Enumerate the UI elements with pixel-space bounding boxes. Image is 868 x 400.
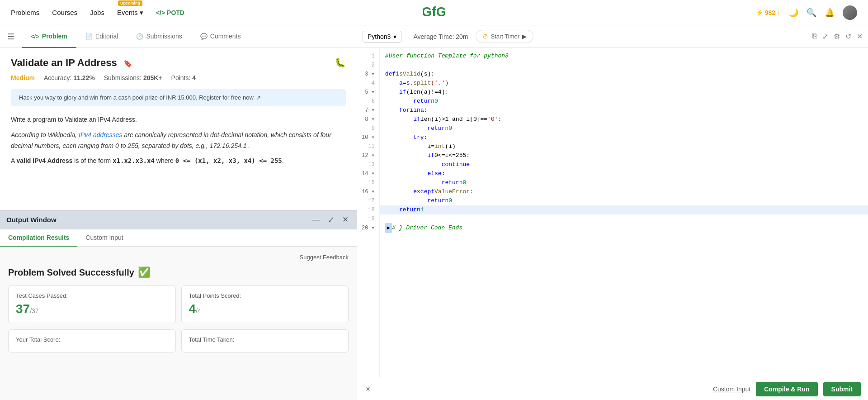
difficulty-label: Medium [11, 74, 35, 81]
code-line-11: i=int(i) [380, 142, 868, 151]
nav-courses[interactable]: Courses [52, 9, 77, 16]
bookmark-icon[interactable]: 🔖 [123, 60, 132, 67]
code-line-6: return 0 [380, 97, 868, 106]
line-num-13: 13 [357, 160, 379, 169]
play-icon: ▶ [522, 33, 527, 40]
output-tabs: Compilation Results Custom Input [0, 229, 357, 247]
minimize-button[interactable]: — [310, 214, 321, 225]
nav-problems[interactable]: Problems [11, 9, 39, 16]
output-body: Suggest Feedback Problem Solved Successf… [0, 247, 357, 400]
copy-icon[interactable]: ⎘ [812, 32, 817, 41]
code-line-10: try: [380, 133, 868, 142]
total-score-card: Your Total Score: [8, 329, 176, 352]
search-icon[interactable]: 🔍 [807, 8, 816, 18]
tab-custom-input[interactable]: Custom Input [77, 229, 131, 247]
line-num-12: 12 ▾ [357, 151, 379, 160]
line-num-8: 8 ▾ [357, 115, 379, 124]
settings-icon[interactable]: ⚙ [834, 32, 840, 41]
nav-right: ⚡ 982 ↑ 🌙 🔍 🔔 [755, 5, 857, 20]
custom-input-link[interactable]: Custom Input [713, 386, 750, 393]
top-navigation: Problems Courses Jobs Upcoming Events ▾ … [0, 0, 868, 25]
language-selector[interactable]: Python3 ▾ [363, 31, 401, 43]
tab-problem[interactable]: </> Problem [22, 26, 76, 48]
tab-compilation-results[interactable]: Compilation Results [0, 229, 77, 247]
points-label: Points: 4 [171, 74, 196, 81]
line-num-1: 1 [357, 52, 379, 61]
editor-bottom-bar: ☀ Custom Input Compile & Run Submit [357, 378, 868, 400]
code-line-20: ▶ # } Driver Code Ends [380, 224, 868, 233]
secondary-stats-grid: Your Total Score: Total Time Taken: [8, 329, 349, 352]
notifications-icon[interactable]: 🔔 [825, 8, 835, 18]
external-link-icon[interactable]: ↗ [256, 95, 261, 101]
line-num-18: 18 [357, 205, 379, 214]
expand-icon[interactable]: ⤢ [822, 32, 828, 41]
site-logo[interactable]: GfG [423, 3, 445, 23]
nav-left: Problems Courses Jobs Upcoming Events ▾ … [11, 9, 184, 17]
success-check-icon: ✅ [138, 267, 150, 278]
nav-events[interactable]: Upcoming Events ▾ [117, 9, 143, 17]
nav-potd[interactable]: </> POTD [156, 9, 184, 16]
line-num-19: 19 [357, 214, 379, 224]
close-output-button[interactable]: ✕ [340, 214, 350, 225]
code-line-2 [380, 61, 868, 70]
user-avatar[interactable] [843, 5, 857, 20]
line-numbers: 1 2 3 ▾ 4 5 ▾ 6 7 ▾ 8 ▾ 9 10 ▾ 11 12 ▾ 1… [357, 48, 380, 378]
problem-tabs: ☰ </> Problem 📄 Editorial 🕐 Submissions … [0, 25, 357, 48]
start-timer-button[interactable]: ⏱ Start Timer ▶ [476, 30, 534, 43]
tab-submissions[interactable]: 🕐 Submissions [127, 26, 191, 48]
success-title: Problem Solved Successfully ✅ [8, 267, 349, 278]
chevron-down-icon: ▾ [393, 33, 396, 40]
points-scored-value: 4/4 [189, 302, 341, 316]
code-line-16: except ValueError: [380, 187, 868, 196]
tab-comments[interactable]: 💬 Comments [191, 26, 250, 48]
line-num-3: 3 ▾ [357, 70, 379, 79]
code-line-14: else: [380, 169, 868, 178]
code-line-13: continue [380, 160, 868, 169]
code-editor[interactable]: 1 2 3 ▾ 4 5 ▾ 6 7 ▾ 8 ▾ 9 10 ▾ 11 12 ▾ 1… [357, 48, 868, 378]
timer-icon: ⏱ [482, 33, 488, 40]
line-num-17: 17 [357, 196, 379, 205]
svg-text:GfG: GfG [423, 5, 445, 19]
tab-editorial[interactable]: 📄 Editorial [76, 26, 127, 48]
code-area: 1 2 3 ▾ 4 5 ▾ 6 7 ▾ 8 ▾ 9 10 ▾ 11 12 ▾ 1… [357, 48, 868, 378]
line-num-14: 14 ▾ [357, 169, 379, 178]
code-line-3: def isValid(s): [380, 70, 868, 79]
refresh-icon[interactable]: ↺ [845, 32, 851, 41]
line-num-20: 20 ▾ [357, 224, 379, 233]
code-line-5: if(len(a)!=4): [380, 88, 868, 97]
code-line-7: for i in a: [380, 106, 868, 115]
hamburger-menu[interactable]: ☰ [0, 32, 22, 42]
line-num-15: 15 [357, 178, 379, 187]
line-num-7: 7 ▾ [357, 106, 379, 115]
line-num-9: 9 [357, 124, 379, 133]
nav-jobs[interactable]: Jobs [90, 9, 104, 16]
average-time: Average Time: 20m [413, 33, 468, 40]
theme-toggle-icon[interactable]: ☀ [364, 384, 372, 394]
test-cases-label: Test Cases Passed: [16, 292, 168, 299]
total-score-label: Your Total Score: [16, 336, 168, 343]
submit-button[interactable]: Submit [823, 382, 861, 396]
ipv4-link[interactable]: IPv4 addresses [79, 131, 123, 138]
code-lines: #User function Template for python3 def … [380, 48, 868, 378]
line-num-11: 11 [357, 142, 379, 151]
suggest-feedback-link[interactable]: Suggest Feedback [300, 254, 349, 261]
points-card: Total Points Scored: 4/4 [181, 286, 349, 323]
close-editor-icon[interactable]: ✕ [857, 32, 863, 41]
maximize-button[interactable]: ⤢ [326, 214, 336, 225]
bug-icon[interactable]: 🐛 [335, 57, 346, 68]
dark-mode-icon[interactable]: 🌙 [788, 8, 798, 18]
compile-run-button[interactable]: Compile & Run [756, 382, 817, 396]
time-taken-card: Total Time Taken: [181, 329, 349, 352]
left-panel: ☰ </> Problem 📄 Editorial 🕐 Submissions … [0, 25, 357, 400]
problem-title: Validate an IP Address 🔖 [11, 57, 132, 69]
code-line-4: a=s.split('.') [380, 79, 868, 88]
points-scored-label: Total Points Scored: [189, 292, 341, 299]
stats-grid: Test Cases Passed: 37/37 Total Points Sc… [8, 286, 349, 323]
comments-tab-icon: 💬 [200, 33, 208, 40]
accuracy-label: Accuracy: 11.22% [44, 74, 95, 81]
output-header: Output Window — ⤢ ✕ [0, 210, 357, 229]
editor-toolbar: Python3 ▾ Average Time: 20m ⏱ Start Time… [357, 25, 868, 48]
code-line-12: if 0<=i<=255: [380, 151, 868, 160]
driver-code-toggle[interactable]: ▶ [385, 223, 392, 233]
code-line-15: return 0 [380, 178, 868, 187]
